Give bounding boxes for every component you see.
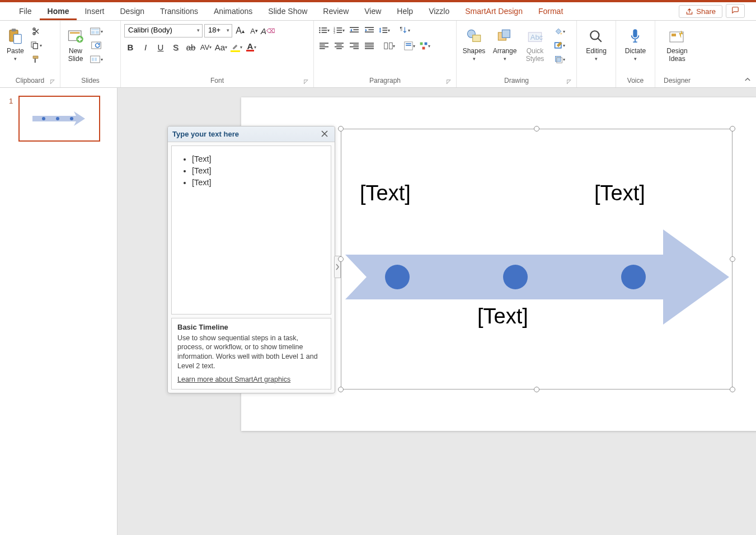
resize-handle-ne[interactable]	[730, 126, 735, 132]
shape-effects-button[interactable]: ▾	[553, 53, 566, 65]
reset-button[interactable]	[90, 39, 103, 51]
decrease-indent-button[interactable]	[348, 24, 361, 36]
list-item[interactable]: [Text]	[192, 154, 323, 163]
info-link[interactable]: Learn more about SmartArt graphics	[177, 376, 325, 383]
new-slide-label: New Slide	[68, 48, 83, 63]
timeline-arrow-shape[interactable]	[344, 229, 730, 347]
resize-handle-n[interactable]	[534, 126, 539, 132]
slide-thumbnail[interactable]	[18, 96, 100, 142]
shadow-button[interactable]: S	[170, 41, 182, 53]
align-right-button[interactable]	[348, 40, 361, 52]
reset-icon	[91, 41, 101, 49]
paste-button[interactable]: Paste ▾	[3, 24, 27, 74]
font-color-button[interactable]: A▾	[245, 41, 257, 53]
text-direction-button[interactable]: ¶▾	[398, 24, 411, 36]
chevron-down-icon: ▾	[227, 27, 229, 33]
strikethrough-button[interactable]: ab	[185, 41, 197, 53]
smartart-selection[interactable]: [Text] [Text] [Text]	[341, 129, 732, 389]
bullets-button[interactable]: ▾	[317, 24, 331, 36]
change-case-button[interactable]: Aa▾	[215, 41, 227, 53]
arrange-button[interactable]: Arrange▾	[490, 24, 519, 74]
svg-rect-34	[368, 29, 374, 30]
tab-smartart-design[interactable]: SmartArt Design	[457, 3, 530, 20]
tab-format[interactable]: Format	[530, 3, 571, 20]
dictate-button[interactable]: Dictate▾	[622, 24, 649, 74]
justify-icon	[365, 42, 374, 50]
caret-icon: ▾	[14, 56, 17, 62]
clear-formatting-button[interactable]: A⌫	[262, 25, 274, 37]
tab-help[interactable]: Help	[389, 3, 421, 20]
smartart-text-2[interactable]: [Text]	[594, 181, 645, 205]
tab-view[interactable]: View	[356, 3, 389, 20]
text-pane-header[interactable]: Type your text here	[168, 126, 335, 142]
italic-button[interactable]: I	[139, 41, 152, 53]
svg-rect-43	[320, 46, 328, 48]
tab-transitions[interactable]: Transitions	[152, 3, 206, 20]
tab-slideshow[interactable]: Slide Show	[260, 3, 315, 20]
resize-handle-se[interactable]	[730, 387, 735, 392]
shape-outline-button[interactable]: ▾	[553, 39, 566, 51]
new-slide-button[interactable]: New Slide	[64, 24, 87, 74]
align-left-button[interactable]	[317, 40, 331, 52]
columns-button[interactable]: ▾	[383, 40, 396, 52]
collapse-ribbon-button[interactable]	[744, 76, 752, 85]
copy-button[interactable]: ▾	[30, 39, 43, 51]
layout-button[interactable]: ▾	[90, 25, 103, 37]
cut-button[interactable]	[30, 25, 43, 37]
convert-smartart-button[interactable]: ▾	[418, 40, 431, 52]
svg-rect-6	[34, 44, 38, 49]
underline-button[interactable]: U	[154, 41, 167, 53]
increase-indent-button[interactable]	[363, 24, 376, 36]
bold-button[interactable]: B	[124, 41, 137, 53]
text-pane-list[interactable]: [Text] [Text] [Text]	[171, 146, 331, 315]
shrink-font-button[interactable]: A▾	[248, 25, 260, 37]
shapes-button[interactable]: Shapes▾	[460, 24, 488, 74]
font-launcher[interactable]: ◸	[302, 77, 310, 85]
info-title: Basic Timeline	[177, 323, 325, 331]
char-spacing-button[interactable]: AV▾	[200, 41, 212, 53]
resize-handle-s[interactable]	[534, 387, 539, 392]
format-painter-button[interactable]	[30, 53, 43, 65]
numbering-button[interactable]: 123▾	[332, 24, 346, 36]
list-item[interactable]: [Text]	[192, 178, 323, 187]
grow-font-button[interactable]: A▴	[234, 25, 246, 37]
resize-handle-sw[interactable]	[338, 387, 344, 392]
tab-insert[interactable]: Insert	[77, 3, 112, 20]
smartart-graphic[interactable]: [Text] [Text] [Text]	[344, 157, 730, 364]
tab-home[interactable]: Home	[40, 3, 77, 20]
align-center-button[interactable]	[332, 40, 346, 52]
clipboard-launcher[interactable]: ◸	[49, 77, 57, 85]
font-size-select[interactable]: 18+▾	[204, 24, 232, 37]
svg-rect-16	[92, 58, 94, 61]
line-spacing-button[interactable]: ▾	[378, 24, 391, 36]
numbering-icon: 123	[334, 26, 342, 34]
drawing-launcher[interactable]: ◸	[565, 77, 573, 85]
slide-canvas-area[interactable]: Type your text here [Text] [Text] [Text]…	[118, 88, 756, 535]
editing-label: Editing	[586, 48, 607, 55]
close-button[interactable]	[319, 129, 330, 139]
paragraph-label: Paragraph	[369, 77, 401, 85]
resize-handle-e[interactable]	[730, 256, 735, 262]
tab-animations[interactable]: Animations	[206, 3, 260, 20]
section-button[interactable]: ▾	[90, 53, 103, 65]
justify-button[interactable]	[363, 40, 376, 52]
shape-fill-button[interactable]: ▾	[553, 25, 566, 37]
resize-handle-nw[interactable]	[338, 126, 344, 132]
paragraph-launcher[interactable]: ◸	[445, 77, 453, 85]
tab-review[interactable]: Review	[315, 3, 356, 20]
tab-file[interactable]: File	[11, 3, 40, 20]
resize-handle-w[interactable]	[338, 256, 344, 262]
smartart-text-1[interactable]: [Text]	[360, 181, 411, 205]
list-item[interactable]: [Text]	[192, 166, 323, 175]
highlight-button[interactable]: ▾	[230, 41, 242, 53]
editing-button[interactable]: Editing▾	[583, 24, 610, 74]
tab-design[interactable]: Design	[112, 3, 152, 20]
design-ideas-button[interactable]: Design Ideas	[663, 24, 691, 74]
align-text-button[interactable]: ▾	[403, 40, 416, 52]
comments-button[interactable]	[726, 4, 745, 18]
share-button[interactable]: Share	[679, 5, 722, 18]
quick-styles-button[interactable]: Abc Quick Styles	[522, 24, 548, 74]
tab-vizzlo[interactable]: Vizzlo	[421, 3, 457, 20]
smartart-text-3[interactable]: [Text]	[477, 304, 528, 328]
font-name-select[interactable]: Calibri (Body)▾	[124, 24, 203, 37]
